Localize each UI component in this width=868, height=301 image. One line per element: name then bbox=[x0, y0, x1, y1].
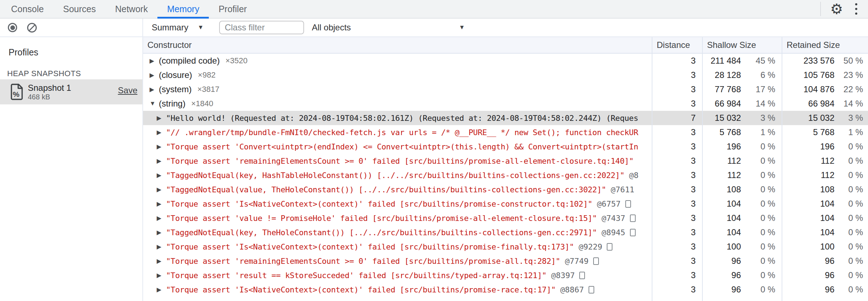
string-value: "Torque assert 'remainingElementsCount >… bbox=[166, 257, 560, 266]
take-snapshot-record-icon[interactable] bbox=[8, 23, 17, 32]
string-value: "Torque assert 'result == kStoreSucceded… bbox=[166, 271, 546, 280]
shallow-size-cell: 1960 % bbox=[702, 139, 782, 154]
clear-profiles-icon[interactable] bbox=[27, 23, 37, 33]
table-row[interactable]: ▶"Torque assert 'Convert<uintptr>(endInd… bbox=[143, 139, 868, 154]
retained-size-value: 104 876 bbox=[782, 84, 834, 94]
expand-arrow-icon[interactable]: ▶ bbox=[157, 200, 166, 208]
expand-arrow-icon[interactable]: ▶ bbox=[157, 129, 166, 136]
expand-arrow-icon[interactable]: ▶ bbox=[157, 214, 166, 222]
expand-arrow-icon[interactable]: ▶ bbox=[150, 86, 159, 93]
settings-gear-icon[interactable]: ⚙ bbox=[830, 2, 843, 16]
reveal-object-icon[interactable] bbox=[579, 272, 585, 279]
sidebar-item-snapshot-1[interactable]: % Snapshot 1 468 kB Save bbox=[0, 79, 142, 104]
retained-size-percent: 0 % bbox=[834, 227, 863, 237]
shallow-size-cell: 1120 % bbox=[702, 154, 782, 168]
column-header-retained-size[interactable]: Retained Size bbox=[782, 37, 868, 53]
class-filter-input[interactable] bbox=[219, 21, 304, 34]
table-row[interactable]: ▶(system)×3817377 76817 %104 87622 % bbox=[143, 82, 868, 97]
shallow-size-percent: 17 % bbox=[741, 84, 775, 94]
expand-arrow-icon[interactable]: ▶ bbox=[157, 286, 166, 293]
retained-size-cell: 104 87622 % bbox=[782, 82, 868, 97]
table-row[interactable]: ▶"Torque assert 'remainingElementsCount … bbox=[143, 154, 868, 168]
shallow-size-cell: 960 % bbox=[702, 282, 782, 297]
distance-cell: 3 bbox=[652, 240, 702, 254]
table-row[interactable]: ▶"Torque assert 'value != PromiseHole' f… bbox=[143, 211, 868, 225]
distance-cell: 3 bbox=[652, 182, 702, 197]
expand-arrow-icon[interactable]: ▶ bbox=[157, 229, 166, 236]
tab-console[interactable]: Console bbox=[1, 0, 54, 18]
distance-cell: 3 bbox=[652, 139, 702, 154]
table-row[interactable]: ▶"Torque assert 'Is<NativeContext>(conte… bbox=[143, 240, 868, 254]
constructor-cell: ▶"TaggedNotEqual(key, TheHoleConstant())… bbox=[143, 225, 652, 240]
save-snapshot-link[interactable]: Save bbox=[118, 85, 137, 95]
tab-sources[interactable]: Sources bbox=[54, 0, 106, 18]
expand-arrow-icon[interactable]: ▶ bbox=[150, 57, 159, 65]
more-menu-icon[interactable] bbox=[852, 2, 860, 16]
string-value: "Torque assert 'Is<NativeContext>(contex… bbox=[166, 285, 556, 294]
shallow-size-value: 96 bbox=[703, 270, 741, 280]
shallow-size-value: 15 032 bbox=[703, 113, 741, 123]
retained-size-value: 104 bbox=[782, 227, 834, 237]
expand-arrow-icon[interactable]: ▶ bbox=[150, 71, 159, 79]
retained-size-cell: 66 98414 % bbox=[782, 97, 868, 111]
reveal-object-icon[interactable] bbox=[593, 257, 599, 265]
reveal-object-icon[interactable] bbox=[630, 214, 636, 222]
expand-arrow-icon[interactable]: ▶ bbox=[157, 143, 166, 150]
table-row[interactable]: ▶"Torque assert 'Is<NativeContext>(conte… bbox=[143, 282, 868, 297]
grid-header-row: Constructor Distance Shallow Size Retain… bbox=[143, 37, 868, 54]
tab-memory[interactable]: Memory bbox=[157, 0, 209, 18]
string-value: "Torque assert 'Is<NativeContext>(contex… bbox=[166, 199, 592, 208]
expand-arrow-icon[interactable]: ▶ bbox=[157, 243, 166, 251]
shallow-size-value: 104 bbox=[703, 213, 741, 223]
objects-scope-select[interactable]: All objects ▼ bbox=[312, 23, 468, 33]
expand-arrow-icon[interactable]: ▶ bbox=[157, 114, 166, 122]
column-header-constructor[interactable]: Constructor bbox=[143, 37, 652, 53]
shallow-size-percent: 0 % bbox=[741, 184, 775, 194]
expand-arrow-icon[interactable]: ▶ bbox=[157, 157, 166, 165]
instance-count: ×3817 bbox=[197, 85, 219, 94]
table-row[interactable]: ▶"Hello world! (Requested at: 2024-08-19… bbox=[143, 111, 868, 125]
table-row[interactable]: ▶"Torque assert 'Is<NativeContext>(conte… bbox=[143, 197, 868, 211]
table-row[interactable]: ▶"TaggedNotEqual(key, TheHoleConstant())… bbox=[143, 225, 868, 240]
tab-profiler[interactable]: Profiler bbox=[209, 0, 256, 18]
shallow-size-percent: 0 % bbox=[741, 213, 775, 223]
constructor-cell: ▶"Torque assert 'Is<NativeContext>(conte… bbox=[143, 197, 652, 211]
table-row[interactable]: ▶"Torque assert 'remainingElementsCount … bbox=[143, 254, 868, 268]
table-row[interactable]: ▶"TaggedNotEqual(key, HashTableHoleConst… bbox=[143, 168, 868, 182]
snapshot-document-icon: % bbox=[10, 83, 24, 100]
column-header-shallow-size[interactable]: Shallow Size bbox=[702, 37, 782, 53]
snapshot-name: Snapshot 1 bbox=[28, 83, 71, 93]
retained-size-value: 112 bbox=[782, 170, 834, 180]
tab-network[interactable]: Network bbox=[105, 0, 157, 18]
column-header-distance[interactable]: Distance bbox=[652, 37, 702, 53]
table-row[interactable]: ▶"Torque assert 'result == kStoreSuccede… bbox=[143, 268, 868, 282]
object-id: @7437 bbox=[601, 214, 625, 223]
expand-arrow-icon[interactable]: ▶ bbox=[157, 186, 166, 193]
perspective-select[interactable]: Summary ▼ bbox=[152, 23, 207, 33]
constructor-cell: ▶"Torque assert 'value != PromiseHole' f… bbox=[143, 211, 652, 225]
distance-cell: 3 bbox=[652, 254, 702, 268]
distance-cell: 3 bbox=[652, 125, 702, 139]
string-value: "Torque assert 'value != PromiseHole' fa… bbox=[166, 214, 597, 223]
retained-size-cell: 1120 % bbox=[782, 168, 868, 182]
collapse-arrow-icon[interactable]: ▼ bbox=[150, 100, 159, 107]
devtools-window: ConsoleSourcesNetworkMemoryProfiler ⚙ Su… bbox=[0, 0, 868, 301]
reveal-object-icon[interactable] bbox=[589, 286, 594, 293]
expand-arrow-icon[interactable]: ▶ bbox=[157, 257, 166, 265]
shallow-size-value: 112 bbox=[703, 170, 741, 180]
table-row[interactable]: ▶(compiled code)×35203211 48445 %233 576… bbox=[143, 54, 868, 68]
panel-tab-bar: ConsoleSourcesNetworkMemoryProfiler ⚙ bbox=[0, 0, 868, 19]
table-row[interactable]: ▶"// .wrangler/tmp/bundle-FmNIt0/checked… bbox=[143, 125, 868, 139]
expand-arrow-icon[interactable]: ▶ bbox=[157, 172, 166, 179]
table-row[interactable]: ▶"TaggedNotEqual(value, TheHoleConstant(… bbox=[143, 182, 868, 197]
reveal-object-icon[interactable] bbox=[630, 229, 636, 236]
retained-size-percent: 3 % bbox=[834, 113, 863, 123]
snapshot-size: 468 kB bbox=[28, 93, 71, 101]
expand-arrow-icon[interactable]: ▶ bbox=[157, 272, 166, 279]
table-row[interactable]: ▶(closure)×982328 1286 %105 76823 % bbox=[143, 68, 868, 82]
reveal-object-icon[interactable] bbox=[625, 200, 631, 208]
table-row[interactable]: ▼(string)×1840366 98414 %66 98414 % bbox=[143, 97, 868, 111]
shallow-size-cell: 1040 % bbox=[702, 197, 782, 211]
toolbar-divider bbox=[820, 2, 821, 16]
reveal-object-icon[interactable] bbox=[607, 243, 612, 251]
